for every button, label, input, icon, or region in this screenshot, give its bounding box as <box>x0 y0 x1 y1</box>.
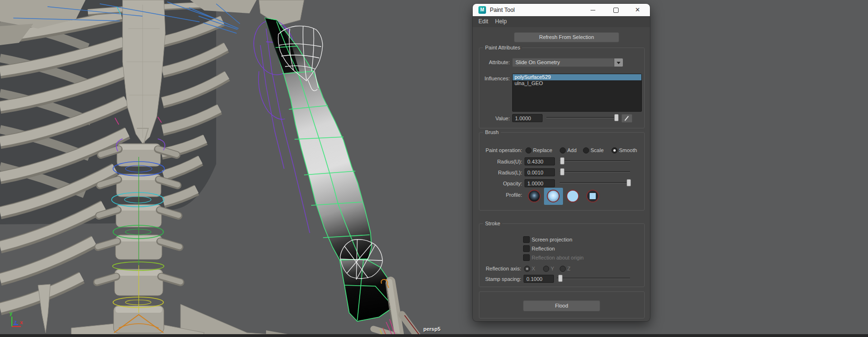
menu-bar: Edit Help <box>473 16 650 27</box>
title-bar[interactable]: M Paint Tool ✕ <box>473 4 650 16</box>
attribute-label: Attribute: <box>479 59 510 65</box>
stroke-group: Stroke Screen projection Reflection Refl… <box>479 223 645 287</box>
radio-axis-y-label: Y <box>551 266 554 271</box>
window-title: Paint Tool <box>490 7 515 13</box>
radio-axis-y <box>543 266 549 272</box>
stamp-spacing-field[interactable] <box>524 275 554 283</box>
influences-list[interactable]: polySurface529 ulna_l_GEO <box>512 74 642 112</box>
radio-add-label[interactable]: Add <box>567 147 577 153</box>
maya-screen: y z x persp5 persp5 M Paint Tool ✕ Edit … <box>0 0 868 337</box>
opacity-slider[interactable] <box>560 179 630 186</box>
radio-replace-label[interactable]: Replace <box>533 147 552 153</box>
value-picker-button[interactable] <box>621 114 632 123</box>
screen-projection-label[interactable]: Screen projection <box>532 237 572 242</box>
paint-attributes-group: Paint Attributes Attribute: Slide On Geo… <box>479 48 645 128</box>
value-label: Value: <box>479 116 510 121</box>
radius-u-slider-thumb[interactable] <box>560 157 564 164</box>
profile-solid-button[interactable] <box>566 189 580 203</box>
minimize-icon <box>591 10 595 10</box>
maya-icon: M <box>478 6 486 14</box>
opacity-slider-thumb[interactable] <box>627 179 631 186</box>
viewport-bottom-edge <box>0 334 868 337</box>
radio-axis-z-label: Z <box>567 266 571 271</box>
axis-y-label: y <box>10 310 13 316</box>
solid-brush-icon <box>566 190 579 202</box>
flood-button[interactable]: Flood <box>523 300 600 311</box>
radio-scale[interactable] <box>583 147 589 154</box>
menu-edit[interactable]: Edit <box>478 18 488 25</box>
radius-u-slider[interactable] <box>560 157 630 164</box>
viewport-3d[interactable]: y z x persp5 persp5 <box>0 0 868 337</box>
stamp-spacing-slider-thumb[interactable] <box>558 275 563 282</box>
square-brush-icon <box>586 190 599 202</box>
screen-projection-checkbox[interactable] <box>523 236 530 243</box>
profile-soft-button[interactable] <box>544 188 563 205</box>
radio-add[interactable] <box>560 147 566 154</box>
stamp-spacing-slider[interactable] <box>557 275 630 281</box>
reflection-about-origin-label: Reflection about origin <box>532 255 583 260</box>
attribute-dropdown[interactable]: Slide On Geometry <box>512 58 623 67</box>
soft-brush-icon <box>547 190 560 202</box>
radius-l-slider-thumb[interactable] <box>560 168 564 175</box>
reflection-about-origin-checkbox <box>523 254 530 261</box>
reflection-checkbox[interactable] <box>523 245 530 252</box>
profile-label: Profile: <box>479 192 522 198</box>
reflection-label[interactable]: Reflection <box>532 246 555 251</box>
profile-gaussian-button[interactable] <box>527 189 542 203</box>
list-item[interactable]: ulna_l_GEO <box>513 80 641 87</box>
stroke-label: Stroke <box>483 221 502 226</box>
value-slider-thumb[interactable] <box>614 114 619 121</box>
list-item[interactable]: polySurface529 <box>513 74 641 80</box>
value-field[interactable] <box>512 114 543 122</box>
maximize-icon <box>613 8 619 13</box>
paint-attributes-label: Paint Attributes <box>483 45 522 50</box>
radio-replace[interactable] <box>525 147 532 154</box>
close-icon: ✕ <box>635 6 640 13</box>
chevron-down-icon[interactable] <box>614 58 623 67</box>
profile-square-button[interactable] <box>586 189 600 203</box>
camera-label: persp5 <box>423 326 440 332</box>
gaussian-brush-icon <box>528 190 541 202</box>
stamp-spacing-label: Stamp spacing: <box>479 276 521 282</box>
radio-scale-label[interactable]: Scale <box>591 147 604 153</box>
radius-l-slider[interactable] <box>560 168 630 175</box>
menu-help[interactable]: Help <box>495 18 507 25</box>
radio-smooth[interactable] <box>611 147 618 154</box>
paint-tool-window: M Paint Tool ✕ Edit Help Refresh From Se… <box>473 4 650 321</box>
radio-axis-x-label: X <box>532 266 535 271</box>
attribute-dropdown-value: Slide On Geometry <box>515 59 560 65</box>
radio-axis-z <box>560 266 566 272</box>
radio-axis-x <box>524 266 530 272</box>
flood-group: Flood <box>479 291 645 318</box>
refresh-from-selection-button[interactable]: Refresh From Selection <box>514 32 619 42</box>
value-slider[interactable] <box>546 114 619 121</box>
reflection-axis-label: Reflection axis: <box>479 266 521 271</box>
brush-group: Brush Paint operation: Replace Add Scale… <box>479 132 645 211</box>
axis-z-label: z <box>14 319 17 325</box>
radio-smooth-label[interactable]: Smooth <box>619 147 637 153</box>
opacity-field[interactable] <box>525 179 555 187</box>
radius-l-label: Radius(L): <box>479 170 522 175</box>
maximize-button[interactable] <box>609 4 623 16</box>
minimize-button[interactable] <box>586 4 600 16</box>
brush-label: Brush <box>483 129 501 135</box>
radius-l-field[interactable] <box>525 168 555 176</box>
opacity-label: Opacity: <box>479 181 522 186</box>
influences-label: Influences: <box>479 76 510 81</box>
radius-u-field[interactable] <box>525 157 555 165</box>
slider-pencil-icon <box>625 116 629 121</box>
close-button[interactable]: ✕ <box>630 4 645 16</box>
axis-x-label: x <box>20 319 23 325</box>
paint-operation-label: Paint operation: <box>479 147 522 153</box>
radius-u-label: Radius(U): <box>479 159 522 164</box>
